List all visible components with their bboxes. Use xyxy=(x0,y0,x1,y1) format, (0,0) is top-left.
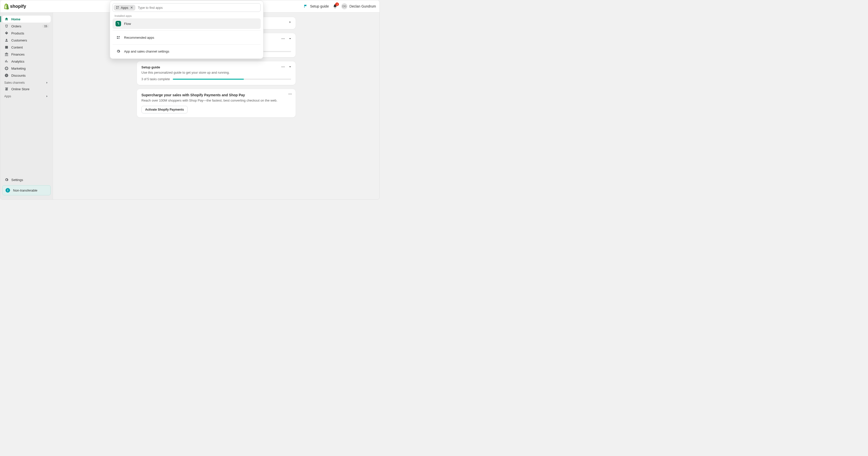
svg-point-3 xyxy=(282,67,282,67)
sidebar-item-finances[interactable]: Finances xyxy=(2,51,51,58)
svg-point-8 xyxy=(291,94,291,94)
notifications-button[interactable]: 1 xyxy=(333,4,337,8)
sidebar-item-label: Content xyxy=(11,46,23,49)
shopify-bag-icon xyxy=(4,3,9,9)
svg-point-1 xyxy=(283,38,284,39)
recommended-apps-label: Recommended apps xyxy=(124,36,154,39)
svg-point-2 xyxy=(284,38,285,39)
chevron-right-icon xyxy=(45,81,49,84)
card-shopify-payments: Supercharge your sales with Shopify Paym… xyxy=(137,89,296,117)
gear-icon xyxy=(4,177,9,182)
apps-grid-add-icon xyxy=(116,35,121,40)
chip-clear-button[interactable] xyxy=(130,6,133,9)
filter-chip-apps: Apps xyxy=(114,5,135,10)
app-item-flow[interactable]: Flow xyxy=(113,18,261,29)
apps-search-popover: Apps Installed apps Flow Recommended app… xyxy=(110,0,264,59)
more-button[interactable] xyxy=(288,92,292,96)
card-subtitle: Use this personalized guide to get your … xyxy=(142,70,291,75)
sidebar-item-home[interactable]: Home xyxy=(2,16,51,23)
app-settings-row[interactable]: App and sales channel settings xyxy=(113,46,261,57)
sidebar-item-orders[interactable]: Orders 15 xyxy=(2,23,51,30)
sales-channels-label: Sales channels xyxy=(4,81,25,84)
sidebar-item-analytics[interactable]: Analytics xyxy=(2,58,51,65)
svg-point-7 xyxy=(290,94,290,94)
info-icon: i xyxy=(5,188,10,193)
sidebar-item-label: Products xyxy=(11,31,24,35)
profile-button[interactable]: DG Declan Gundrum xyxy=(341,3,376,9)
gear-icon xyxy=(116,49,121,54)
chart-bar-icon xyxy=(4,59,9,64)
sidebar-item-online-store[interactable]: Online Store xyxy=(2,85,51,92)
chevron-right-icon[interactable] xyxy=(288,20,292,24)
brand-logo[interactable]: shopify xyxy=(0,3,26,9)
sidebar: Home Orders 15 Products Customers Conten… xyxy=(0,12,53,199)
avatar: DG xyxy=(341,3,347,9)
sidebar-item-label: Customers xyxy=(11,38,27,42)
svg-point-6 xyxy=(288,94,289,94)
search-input[interactable] xyxy=(135,6,260,9)
sidebar-item-discounts[interactable]: Discounts xyxy=(2,72,51,79)
app-settings-label: App and sales channel settings xyxy=(124,50,169,53)
image-icon xyxy=(4,45,9,50)
more-button[interactable] xyxy=(281,65,285,69)
card-setup-guide: Setup guide Use this personalized guide … xyxy=(137,61,296,85)
apps-grid-icon xyxy=(116,6,119,9)
card-title: Setup guide xyxy=(142,65,291,69)
card-title: Supercharge your sales with Shopify Paym… xyxy=(142,93,291,97)
sidebar-item-label: Online Store xyxy=(11,87,29,91)
svg-point-5 xyxy=(284,67,285,67)
sidebar-item-label: Home xyxy=(11,17,20,21)
notification-count-badge: 1 xyxy=(335,2,339,6)
svg-point-0 xyxy=(282,38,282,39)
sidebar-item-label: Analytics xyxy=(11,60,24,63)
divider xyxy=(113,30,261,31)
profile-name: Declan Gundrum xyxy=(349,4,376,8)
recommended-apps-row[interactable]: Recommended apps xyxy=(113,32,261,43)
target-icon xyxy=(4,66,9,70)
tasks-progress-text: 3 of 5 tasks complete xyxy=(142,78,170,81)
bank-icon xyxy=(4,52,9,57)
card-subtitle: Reach over 100M shoppers with Shop Pay—t… xyxy=(142,98,291,102)
setup-guide-button[interactable]: Setup guide xyxy=(304,4,329,8)
installed-apps-label: Installed apps xyxy=(110,14,263,17)
chevron-down-icon[interactable] xyxy=(288,65,292,69)
brand-name: shopify xyxy=(10,4,26,9)
orders-count-badge: 15 xyxy=(42,24,49,28)
sidebar-item-label: Discounts xyxy=(11,74,26,78)
sidebar-item-label: Settings xyxy=(11,178,23,182)
chevron-down-icon[interactable] xyxy=(288,37,292,41)
home-icon xyxy=(4,17,9,21)
sidebar-item-settings[interactable]: Settings xyxy=(2,176,51,183)
apps-label: Apps xyxy=(4,94,11,98)
sidebar-section-sales-channels[interactable]: Sales channels xyxy=(0,79,53,85)
alert-text: Non-transferable xyxy=(13,189,37,192)
search-field[interactable]: Apps xyxy=(113,3,261,12)
divider xyxy=(113,44,261,45)
orders-icon xyxy=(4,24,9,28)
app-item-label: Flow xyxy=(124,22,131,26)
sidebar-item-label: Finances xyxy=(11,53,25,56)
tag-icon xyxy=(4,31,9,35)
person-icon xyxy=(4,38,9,42)
svg-point-4 xyxy=(283,67,284,67)
sidebar-item-label: Orders xyxy=(11,24,21,28)
activate-payments-button[interactable]: Activate Shopify Payments xyxy=(142,106,188,113)
setup-guide-label: Setup guide xyxy=(310,4,329,8)
flag-icon xyxy=(304,4,308,8)
store-icon xyxy=(4,87,9,91)
sidebar-section-apps[interactable]: Apps xyxy=(0,92,53,99)
non-transferable-alert: i Non-transferable xyxy=(2,185,51,195)
sidebar-item-marketing[interactable]: Marketing xyxy=(2,65,51,72)
sidebar-item-products[interactable]: Products xyxy=(2,30,51,37)
chevron-right-icon xyxy=(45,94,49,98)
sidebar-item-content[interactable]: Content xyxy=(2,44,51,51)
sidebar-item-label: Marketing xyxy=(11,67,26,70)
sidebar-item-customers[interactable]: Customers xyxy=(2,37,51,44)
progress-bar xyxy=(173,79,291,80)
flow-app-icon xyxy=(116,21,121,26)
chip-label: Apps xyxy=(121,6,128,9)
more-button[interactable] xyxy=(281,37,285,41)
discount-icon xyxy=(4,73,9,78)
